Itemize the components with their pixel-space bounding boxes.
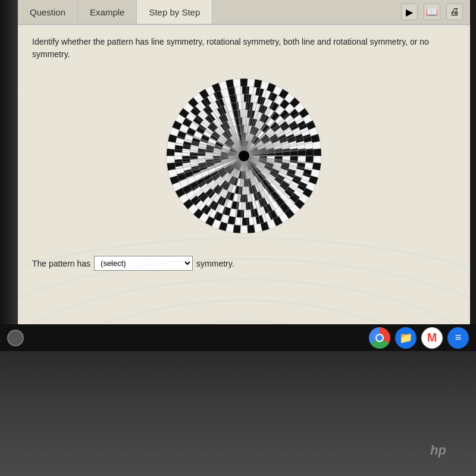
tab-example[interactable]: Example bbox=[78, 0, 137, 24]
print-icon: 🖨 bbox=[450, 7, 459, 17]
answer-row: The pattern has (select) line rotational… bbox=[32, 256, 456, 271]
content-area: Identify whether the pattern has line sy… bbox=[18, 25, 470, 281]
symmetry-select[interactable]: (select) line rotational both line and r… bbox=[94, 256, 193, 271]
book-icon: 📖 bbox=[426, 7, 438, 18]
tab-bar: Question Example Step by Step ▶ 📖 🖨 bbox=[18, 0, 470, 25]
answer-suffix: symmetry. bbox=[196, 259, 234, 268]
taskbar: 📁 M ≡ bbox=[0, 324, 476, 351]
app-gmail[interactable]: M bbox=[421, 327, 443, 349]
tab-step-by-step-label: Step by Step bbox=[149, 7, 200, 17]
tab-question-label: Question bbox=[30, 7, 65, 17]
taskbar-right: 📁 M ≡ bbox=[369, 327, 469, 349]
tab-example-label: Example bbox=[90, 7, 124, 17]
files-icon: 📁 bbox=[399, 331, 412, 345]
taskbar-circle-button[interactable] bbox=[7, 330, 24, 346]
menu-icon: ≡ bbox=[455, 331, 462, 344]
gmail-icon: M bbox=[427, 331, 437, 345]
app-chrome[interactable] bbox=[369, 327, 390, 349]
question-text: Identify whether the pattern has line sy… bbox=[32, 36, 456, 61]
answer-prefix: The pattern has bbox=[32, 259, 90, 268]
play-icon: ▶ bbox=[406, 7, 413, 18]
tab-question[interactable]: Question bbox=[18, 0, 78, 24]
app-files[interactable]: 📁 bbox=[395, 327, 416, 349]
tab-step-by-step[interactable]: Step by Step bbox=[137, 0, 212, 24]
hp-logo: hp bbox=[430, 443, 446, 458]
print-button[interactable]: 🖨 bbox=[446, 4, 463, 20]
toolbar-icons: ▶ 📖 🖨 bbox=[401, 0, 470, 24]
play-button[interactable]: ▶ bbox=[401, 4, 418, 20]
book-button[interactable]: 📖 bbox=[424, 4, 440, 20]
taskbar-left bbox=[7, 330, 24, 346]
app-menu[interactable]: ≡ bbox=[447, 327, 469, 349]
circle-image bbox=[32, 73, 456, 239]
laptop-body: hp bbox=[0, 351, 476, 476]
